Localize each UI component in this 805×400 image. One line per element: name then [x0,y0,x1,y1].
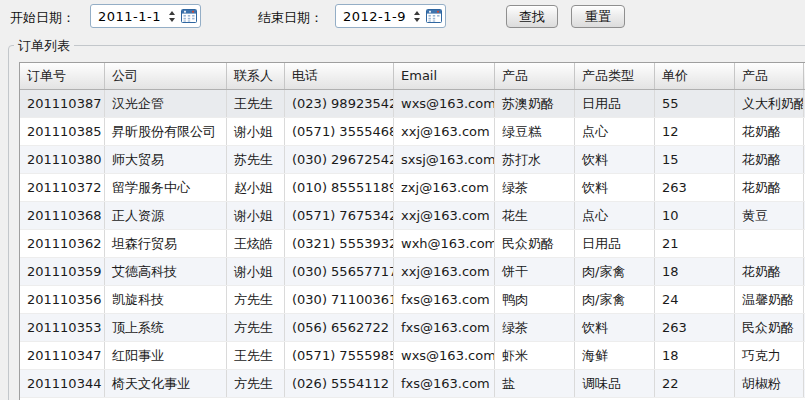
table-cell: 201110372 [20,174,105,201]
table-cell: 201110356 [20,286,105,313]
column-header-1[interactable]: 公司 [105,63,227,89]
table-cell: xxj@163.com [394,118,495,145]
table-row[interactable]: 201110356凯旋科技方先生(030) 71100361fxs@163.co… [20,286,805,314]
table-cell [735,230,804,257]
spin-down-icon[interactable] [414,18,420,22]
table-cell: (030) 71100361 [285,286,394,313]
column-header-5[interactable]: 产品 [495,63,575,89]
table-cell: 日用品 [575,230,655,257]
table-cell: (0321) 5553932 [285,230,394,257]
column-header-6[interactable]: 产品类型 [575,63,655,89]
table-cell: 263 [655,314,735,341]
table-cell: 饮料 [575,174,655,201]
table-row[interactable]: 201110347红阳事业王先生(0571) 7555985wxs@163.co… [20,342,805,370]
column-header-0[interactable]: 订单号 [20,63,105,89]
table-cell: sxsj@163.com [394,146,495,173]
table-row[interactable]: 201110385昇昕股份有限公司谢小姐(0571) 3555468xxj@16… [20,118,805,146]
table-cell: 18 [655,258,735,285]
table-cell: 虾米 [495,342,575,369]
table-cell: 海鲜 [575,342,655,369]
table-row[interactable]: 201110353顶上系统方先生(056) 6562722fxs@163.com… [20,314,805,342]
table-cell: 赵小姐 [227,174,285,201]
table-row[interactable]: 201110372留学服务中心赵小姐(010) 85551189zxj@163.… [20,174,805,202]
start-date-spinner[interactable] [165,11,178,22]
table-cell: 顶上系统 [105,314,227,341]
table-cell: 王炫皓 [227,230,285,257]
table-cell: 201110380 [20,146,105,173]
table-cell: 王先生 [227,90,285,117]
spin-up-icon[interactable] [414,11,420,15]
end-date-input[interactable]: 2012-1-9 [335,4,446,28]
column-header-7[interactable]: 单价 [655,63,735,89]
column-header-3[interactable]: 电话 [285,63,394,89]
table-cell: xxj@163.com [394,202,495,229]
table-cell: wxs@163.com [394,90,495,117]
table-cell: 花奶酪 [735,174,804,201]
table-cell: wxh@163.com [394,230,495,257]
table-cell: 201110387 [20,90,105,117]
table-cell: fxs@163.com [394,286,495,313]
find-button[interactable]: 查找 [506,5,558,28]
table-cell: 201110359 [20,258,105,285]
table-row[interactable]: 201110362坦森行贸易王炫皓(0321) 5553932wxh@163.c… [20,230,805,258]
table-cell: 花奶酪 [735,118,804,145]
table-cell: 民众奶酪 [495,230,575,257]
table-row[interactable]: 201110368正人资源谢小姐(0571) 7675342xxj@163.co… [20,202,805,230]
start-date-input[interactable]: 2011-1-1 [90,4,201,28]
table-cell: 点心 [575,118,655,145]
table-cell: 苏打水 [495,146,575,173]
table-cell: 方先生 [227,370,285,397]
table-cell: 绿茶 [495,174,575,201]
spin-down-icon[interactable] [169,18,175,22]
table-cell: 胡椒粉 [735,370,804,397]
table-cell: 18 [655,342,735,369]
table-cell: 肉/家禽 [575,286,655,313]
table-cell: 24 [655,286,735,313]
table-cell: 义大利奶酪 [735,90,804,117]
table-cell: wxs@163.com [394,342,495,369]
table-row[interactable]: 201110387汉光企管王先生(023) 98923542wxs@163.co… [20,90,805,118]
table-cell: (010) 85551189 [285,174,394,201]
table-cell: 201110347 [20,342,105,369]
table-cell: fxs@163.com [394,370,495,397]
orders-table: 订单号公司联系人电话Email产品产品类型单价产品 201110387汉光企管王… [19,62,805,400]
table-cell: 正人资源 [105,202,227,229]
table-cell: 201110385 [20,118,105,145]
table-cell: 温馨奶酪 [735,286,804,313]
column-header-8[interactable]: 产品 [735,63,804,89]
table-row[interactable]: 201110380师大贸易苏先生(030) 29672542sxsj@163.c… [20,146,805,174]
table-cell: 15 [655,146,735,173]
table-cell: 55 [655,90,735,117]
table-cell: (0571) 3555468 [285,118,394,145]
end-date-spinner[interactable] [410,11,423,22]
table-cell: 调味品 [575,370,655,397]
table-cell: 10 [655,202,735,229]
table-cell: 椅天文化事业 [105,370,227,397]
table-cell: 谢小姐 [227,258,285,285]
column-header-2[interactable]: 联系人 [227,63,285,89]
table-row[interactable]: 201110344椅天文化事业方先生(026) 5554112fxs@163.c… [20,370,805,398]
table-row[interactable]: 201110359艾德高科技谢小姐(030) 55657717xxj@163.c… [20,258,805,286]
table-cell: 饮料 [575,314,655,341]
table-cell: 谢小姐 [227,118,285,145]
table-cell: (0571) 7555985 [285,342,394,369]
column-header-4[interactable]: Email [394,63,495,89]
table-cell: 21 [655,230,735,257]
end-date-calendar-button[interactable] [423,9,445,23]
reset-button[interactable]: 重置 [571,5,625,28]
calendar-icon [181,9,197,23]
table-cell: 苏先生 [227,146,285,173]
table-cell: 留学服务中心 [105,174,227,201]
table-cell: 方先生 [227,314,285,341]
table-cell: 盐 [495,370,575,397]
table-cell: (0571) 7675342 [285,202,394,229]
table-cell: 绿茶 [495,314,575,341]
spin-up-icon[interactable] [169,11,175,15]
start-date-calendar-button[interactable] [178,9,200,23]
end-date-value: 2012-1-9 [336,9,410,24]
table-cell: 艾德高科技 [105,258,227,285]
groupbox-title: 订单列表 [14,37,74,55]
table-cell: 22 [655,370,735,397]
table-cell: 鸭肉 [495,286,575,313]
table-cell: 苏澳奶酪 [495,90,575,117]
